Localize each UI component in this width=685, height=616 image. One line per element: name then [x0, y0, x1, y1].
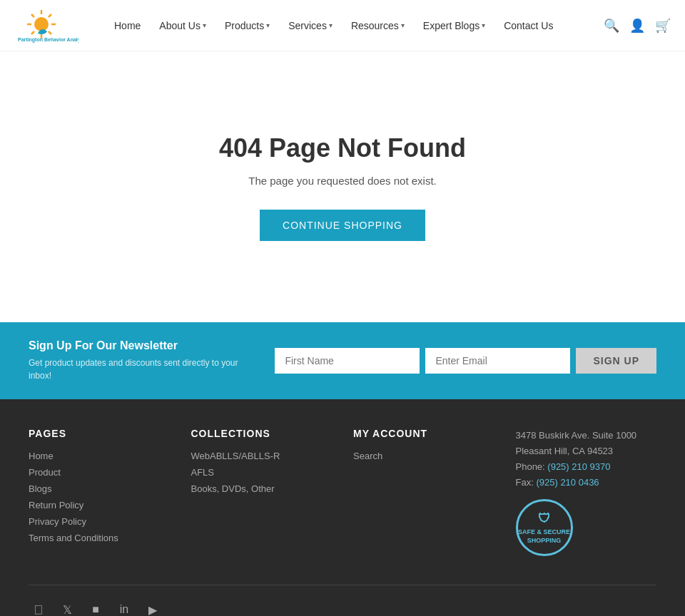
newsletter-strip: Sign Up For Our Newsletter Get product u… [0, 322, 685, 399]
footer-link-blogs[interactable]: Blogs [29, 483, 170, 494]
address-line1: 3478 Buskirk Ave. Suite 1000 [516, 428, 657, 443]
search-icon[interactable]: 🔍 [604, 18, 619, 34]
phone-number[interactable]: (925) 210 9370 [547, 461, 610, 472]
main-content: 404 Page Not Found The page you requeste… [0, 51, 685, 322]
main-nav: Home About Us ▾ Products ▾ Services ▾ Re… [107, 14, 604, 37]
twitter-icon[interactable]: 𝕏 [57, 600, 77, 616]
svg-line-1 [49, 14, 51, 17]
shield-icon: 🛡 [538, 510, 551, 527]
newsletter-subtitle: Get product updates and discounts sent d… [29, 356, 260, 382]
chevron-down-icon: ▾ [401, 21, 405, 29]
chevron-down-icon: ▾ [266, 21, 270, 29]
cart-icon[interactable]: 🛒 [655, 18, 671, 34]
email-input[interactable] [425, 348, 570, 374]
facebook-icon[interactable]: ⎕ [29, 600, 49, 616]
signup-button[interactable]: SIGN UP [576, 348, 656, 374]
footer-grid: PAGES Home Product Blogs Return Policy P… [29, 428, 656, 556]
phone-line: Phone: (925) 210 9370 [516, 459, 657, 475]
footer-address-col: 3478 Buskirk Ave. Suite 1000 Pleasant Hi… [516, 428, 657, 556]
footer-link-afls[interactable]: AFLS [191, 467, 333, 478]
nav-products[interactable]: Products ▾ [218, 14, 277, 37]
badge-text: SAFE & SECURESHOPPING [518, 528, 570, 545]
nav-contact[interactable]: Contact Us [497, 14, 560, 37]
footer-link-webablls[interactable]: WebABLLS/ABLLS-R [191, 451, 333, 461]
newsletter-title: Sign Up For Our Newsletter [29, 339, 260, 352]
newsletter-form: SIGN UP [275, 348, 656, 374]
error-title: 404 Page Not Found [219, 133, 466, 163]
header-icons: 🔍 👤 🛒 [604, 18, 671, 34]
footer-bottom: ⎕ 𝕏 ■ in ▶ © 2018, Partington Behavior A… [29, 585, 656, 616]
social-icons-row: ⎕ 𝕏 ■ in ▶ [29, 600, 173, 616]
nav-resources[interactable]: Resources ▾ [344, 14, 412, 37]
svg-line-3 [49, 31, 51, 34]
error-subtitle: The page you requested does not exist. [248, 175, 437, 187]
svg-line-7 [31, 14, 34, 17]
fax-line: Fax: (925) 210 0436 [516, 475, 657, 491]
footer-collections-col: COLLECTIONS WebABLLS/ABLLS-R AFLS Books,… [191, 428, 333, 556]
account-icon[interactable]: 👤 [629, 18, 645, 34]
safe-secure-badge: 🛡 SAFE & SECURESHOPPING [516, 499, 573, 556]
svg-point-8 [34, 17, 49, 31]
footer-address: 3478 Buskirk Ave. Suite 1000 Pleasant Hi… [516, 428, 657, 491]
chevron-down-icon: ▾ [482, 21, 485, 29]
fax-number[interactable]: (925) 210 0436 [536, 477, 599, 488]
nav-about[interactable]: About Us ▾ [152, 14, 213, 37]
footer-left: ⎕ 𝕏 ■ in ▶ © 2018, Partington Behavior A… [29, 600, 173, 616]
continue-shopping-button[interactable]: CONTINUE SHOPPING [260, 210, 425, 241]
footer-link-books[interactable]: Books, DVDs, Other [191, 483, 333, 494]
footer-link-return-policy[interactable]: Return Policy [29, 500, 170, 510]
footer-link-home[interactable]: Home [29, 451, 170, 461]
chevron-down-icon: ▾ [329, 21, 333, 29]
site-footer: PAGES Home Product Blogs Return Policy P… [0, 399, 685, 616]
phone-label: Phone: [516, 461, 545, 472]
youtube-icon[interactable]: ▶ [143, 600, 163, 616]
newsletter-text: Sign Up For Our Newsletter Get product u… [29, 339, 260, 382]
footer-link-product[interactable]: Product [29, 467, 170, 478]
nav-expert-blogs[interactable]: Expert Blogs ▾ [416, 14, 492, 37]
nav-home[interactable]: Home [107, 14, 148, 37]
footer-link-terms[interactable]: Terms and Conditions [29, 533, 170, 543]
pages-title: PAGES [29, 428, 170, 439]
footer-account-col: MY ACCOUNT Search [353, 428, 494, 556]
footer-pages-col: PAGES Home Product Blogs Return Policy P… [29, 428, 170, 556]
my-account-title: MY ACCOUNT [353, 428, 494, 439]
collections-title: COLLECTIONS [191, 428, 333, 439]
footer-link-search[interactable]: Search [353, 451, 494, 461]
linkedin-icon[interactable]: in [114, 600, 134, 616]
fax-label: Fax: [516, 477, 534, 488]
chevron-down-icon: ▾ [203, 21, 206, 29]
logo-image: Partington Behavior Analysts [14, 4, 78, 47]
nav-services[interactable]: Services ▾ [281, 14, 340, 37]
instagram-icon[interactable]: ■ [86, 600, 106, 616]
footer-link-privacy-policy[interactable]: Privacy Policy [29, 516, 170, 527]
site-header: Partington Behavior Analysts Home About … [0, 0, 685, 51]
svg-text:Partington Behavior Analysts: Partington Behavior Analysts [18, 37, 78, 43]
first-name-input[interactable] [275, 348, 420, 374]
svg-line-5 [31, 31, 34, 34]
address-line2: Pleasant Hill, CA 94523 [516, 443, 657, 459]
logo-area[interactable]: Partington Behavior Analysts [14, 4, 78, 47]
